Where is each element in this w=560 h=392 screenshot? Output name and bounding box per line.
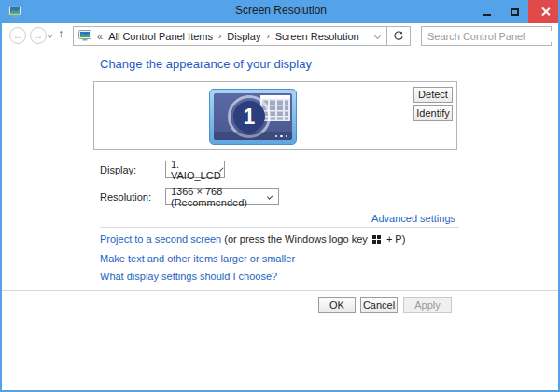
- make-text-larger-link[interactable]: Make text and other items larger or smal…: [100, 253, 295, 264]
- monitor-number: 1: [233, 101, 265, 133]
- project-second-screen-row: Project to a second screen (or press the…: [100, 233, 405, 245]
- resolution-dropdown-value: 1366 × 768 (Recommended): [171, 186, 268, 208]
- refresh-icon: [393, 31, 404, 42]
- display-dropdown[interactable]: 1. VAIO_LCD: [165, 161, 225, 178]
- minimize-icon: [483, 14, 491, 16]
- address-location-icon: [78, 30, 91, 43]
- display-settings-help-link[interactable]: What display settings should I choose?: [100, 271, 277, 282]
- back-button[interactable]: ←: [9, 27, 26, 44]
- maximize-icon: [511, 8, 519, 16]
- titlebar: Screen Resolution: [0, 0, 560, 23]
- windows-logo-key-icon: [372, 235, 382, 244]
- breadcrumb-item-control-panel[interactable]: All Control Panel Items: [108, 31, 213, 42]
- breadcrumb-item-screen-resolution[interactable]: Screen Resolution: [275, 31, 359, 42]
- maximize-button[interactable]: [500, 0, 528, 23]
- resolution-dropdown[interactable]: 1366 × 768 (Recommended): [165, 188, 279, 205]
- project-suffix-post: + P): [386, 233, 405, 245]
- project-second-screen-link[interactable]: Project to a second screen: [100, 233, 221, 245]
- monitor-taskbar: [214, 132, 292, 140]
- ok-button[interactable]: OK: [318, 297, 356, 313]
- make-text-larger-row: Make text and other items larger or smal…: [100, 253, 295, 264]
- divider: [100, 227, 459, 228]
- monitor-screen: 1: [214, 93, 292, 140]
- search-input[interactable]: [422, 31, 560, 42]
- monitor-1-graphic[interactable]: 1: [209, 89, 297, 145]
- screen-resolution-window: Screen Resolution ← → ↑ «: [0, 0, 560, 392]
- minimize-button[interactable]: [472, 0, 500, 23]
- monitor-preview-panel: 1 Detect Identify: [93, 81, 457, 150]
- project-suffix-pre: (or press the Windows logo key: [224, 233, 367, 245]
- close-button[interactable]: [528, 0, 560, 23]
- cancel-button[interactable]: Cancel: [360, 297, 398, 313]
- breadcrumb-item-display[interactable]: Display: [227, 31, 260, 42]
- navigation-bar: ← → ↑ « All Control Panel Items › Displa…: [2, 23, 558, 51]
- forward-button[interactable]: →: [30, 27, 47, 44]
- refresh-button[interactable]: [386, 27, 410, 45]
- identify-button[interactable]: Identify: [413, 105, 453, 121]
- breadcrumb-separator-icon: ›: [266, 31, 269, 41]
- display-dropdown-value: 1. VAIO_LCD: [171, 159, 221, 181]
- address-bar[interactable]: « All Control Panel Items › Display › Sc…: [73, 26, 411, 46]
- chevron-down-icon: [267, 193, 273, 199]
- up-button[interactable]: ↑: [58, 26, 64, 40]
- search-box: [421, 26, 552, 46]
- apply-button[interactable]: Apply: [403, 297, 452, 313]
- resolution-label: Resolution:: [100, 191, 151, 203]
- address-dropdown-chevron-icon[interactable]: [368, 27, 386, 45]
- display-label: Display:: [100, 164, 136, 175]
- detect-button[interactable]: Detect: [413, 87, 453, 103]
- breadcrumb-separator-icon: ›: [218, 31, 221, 41]
- breadcrumb-prefix: «: [97, 31, 103, 42]
- close-icon: [540, 7, 551, 17]
- ellipsis-dots-icon: [275, 135, 288, 138]
- recent-pages-chevron-icon[interactable]: [47, 32, 53, 38]
- footer-divider: [2, 290, 558, 291]
- display-help-row: What display settings should I choose?: [100, 271, 277, 282]
- page-title: Change the appearance of your display: [100, 57, 312, 71]
- advanced-settings-link[interactable]: Advanced settings: [371, 213, 455, 224]
